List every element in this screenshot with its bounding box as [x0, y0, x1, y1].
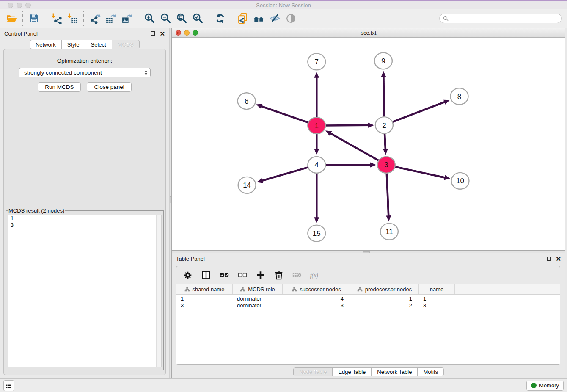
- close-window-button[interactable]: [8, 3, 13, 8]
- table-panel-close-icon[interactable]: ✕: [556, 257, 561, 261]
- export-table-button[interactable]: [103, 11, 119, 26]
- network-canvas[interactable]: 7968124314101511: [172, 38, 565, 250]
- cell-successor-nodes: 3: [283, 302, 350, 309]
- deselect-all-rows-button[interactable]: [237, 270, 248, 281]
- graph-node-4[interactable]: 4: [308, 157, 325, 173]
- node-label: 1: [315, 122, 319, 130]
- panel-menu-button[interactable]: [3, 380, 14, 391]
- run-mcds-button[interactable]: Run MCDS: [38, 82, 81, 92]
- graph-node-11[interactable]: 11: [380, 224, 398, 240]
- tab-network-table[interactable]: Network Table: [372, 367, 418, 376]
- table-row[interactable]: 3dominator323: [176, 302, 560, 309]
- splitter-grip[interactable]: [363, 251, 370, 253]
- clone-network-button[interactable]: [234, 11, 250, 26]
- tab-motifs[interactable]: Motifs: [418, 367, 444, 376]
- table-toolbar: f(x): [176, 266, 560, 284]
- splitter-grip[interactable]: [170, 196, 171, 203]
- export-image-button[interactable]: [119, 11, 135, 26]
- hide-selected-button[interactable]: [267, 11, 283, 26]
- edge-1-6[interactable]: [261, 106, 310, 123]
- zoom-out-icon: [160, 13, 171, 24]
- graph-node-10[interactable]: 10: [451, 173, 469, 189]
- create-new-column-button[interactable]: [255, 270, 266, 281]
- arrowhead-icon: [383, 149, 388, 155]
- delete-columns-button[interactable]: [273, 270, 284, 281]
- table-row[interactable]: 1dominator411: [176, 295, 560, 302]
- network-minimize-button[interactable]: −: [184, 30, 190, 36]
- show-column-selector-button[interactable]: [201, 270, 212, 281]
- arrowhead-icon: [444, 175, 450, 180]
- edge-3-11[interactable]: [387, 172, 389, 217]
- network-close-button[interactable]: ×: [176, 30, 181, 36]
- graph-node-1[interactable]: 1: [308, 117, 325, 134]
- search-box[interactable]: [439, 14, 562, 23]
- tab-node-table[interactable]: Node Table: [293, 367, 333, 376]
- table-panel-float-icon[interactable]: [547, 257, 551, 261]
- column-header-predecessor-nodes[interactable]: predecessor nodes: [350, 284, 419, 294]
- table-options-button[interactable]: [182, 270, 193, 281]
- graph-node-2[interactable]: 2: [375, 117, 393, 133]
- import-network-button[interactable]: [48, 11, 64, 26]
- zoom-in-button[interactable]: [141, 11, 157, 26]
- maximize-window-button[interactable]: [25, 3, 31, 8]
- memory-button[interactable]: Memory: [526, 381, 564, 391]
- graph-node-14[interactable]: 14: [238, 177, 256, 193]
- gear-icon: [183, 270, 193, 280]
- cell-name: 3: [419, 302, 455, 309]
- optimization-select[interactable]: strongly connected component: [19, 68, 151, 77]
- tab-select[interactable]: Select: [85, 40, 112, 49]
- search-input[interactable]: [451, 15, 558, 22]
- minimize-window-button[interactable]: [17, 3, 22, 8]
- graph-node-8[interactable]: 8: [451, 88, 468, 105]
- edge-3-1[interactable]: [330, 133, 380, 161]
- edge-2-3[interactable]: [385, 133, 385, 150]
- result-scrollbar[interactable]: [156, 215, 161, 367]
- tab-mcds[interactable]: MCDS: [112, 40, 140, 49]
- open-session-button[interactable]: [3, 11, 19, 26]
- save-session-button[interactable]: [26, 11, 42, 26]
- apply-layout-button[interactable]: [212, 11, 228, 26]
- edge-3-10[interactable]: [394, 166, 446, 178]
- first-neighbors-button[interactable]: [250, 11, 267, 26]
- export-network-button[interactable]: [87, 11, 103, 26]
- graph-node-6[interactable]: 6: [238, 93, 256, 109]
- node-label: 9: [381, 57, 385, 65]
- open-folder-icon: [6, 13, 17, 24]
- vertical-splitter[interactable]: [169, 28, 172, 378]
- edge-2-8[interactable]: [391, 102, 446, 122]
- control-panel-title: Control Panel: [4, 30, 38, 37]
- control-panel-float-icon[interactable]: [151, 31, 155, 36]
- edge-1-2[interactable]: [324, 125, 369, 126]
- graph-node-3[interactable]: 3: [377, 157, 395, 173]
- column-header-shared-name[interactable]: shared name: [176, 284, 233, 294]
- columns-icon: [201, 270, 211, 280]
- control-panel-close-icon[interactable]: ✕: [160, 31, 165, 36]
- graph-node-15[interactable]: 15: [308, 225, 325, 242]
- tab-network[interactable]: Network: [30, 40, 62, 49]
- tab-edge-table[interactable]: Edge Table: [333, 367, 372, 376]
- column-header-MCDS-role[interactable]: MCDS role: [233, 284, 283, 294]
- network-maximize-button[interactable]: +: [193, 30, 198, 36]
- graph-node-7[interactable]: 7: [308, 53, 325, 70]
- edge-4-14[interactable]: [261, 167, 309, 181]
- edge-2-9[interactable]: [383, 76, 384, 118]
- zoom-out-button[interactable]: [157, 11, 173, 26]
- zoom-selected-button[interactable]: [190, 11, 206, 26]
- column-header-name[interactable]: name: [419, 284, 455, 294]
- close-panel-button[interactable]: Close panel: [87, 82, 131, 92]
- horizontal-splitter[interactable]: [172, 251, 565, 253]
- graph-node-9[interactable]: 9: [374, 52, 392, 69]
- arrowhead-icon: [381, 71, 386, 77]
- import-table-button[interactable]: [64, 11, 80, 26]
- cell-shared-name: 3: [176, 302, 233, 309]
- mcds-result-title: MCDS result (2 nodes): [8, 207, 65, 214]
- arrowhead-icon: [370, 162, 376, 167]
- select-all-rows-button[interactable]: [219, 270, 230, 281]
- column-header-successor-nodes[interactable]: successor nodes: [283, 284, 350, 294]
- control-panel: Control Panel ✕ NetworkStyleSelectMCDS O…: [0, 28, 169, 378]
- zoom-fit-button[interactable]: [173, 11, 190, 26]
- column-header-label: name: [430, 286, 444, 293]
- arrowhead-icon: [314, 72, 319, 78]
- zoom-in-icon: [144, 13, 155, 24]
- tab-style[interactable]: Style: [62, 40, 85, 49]
